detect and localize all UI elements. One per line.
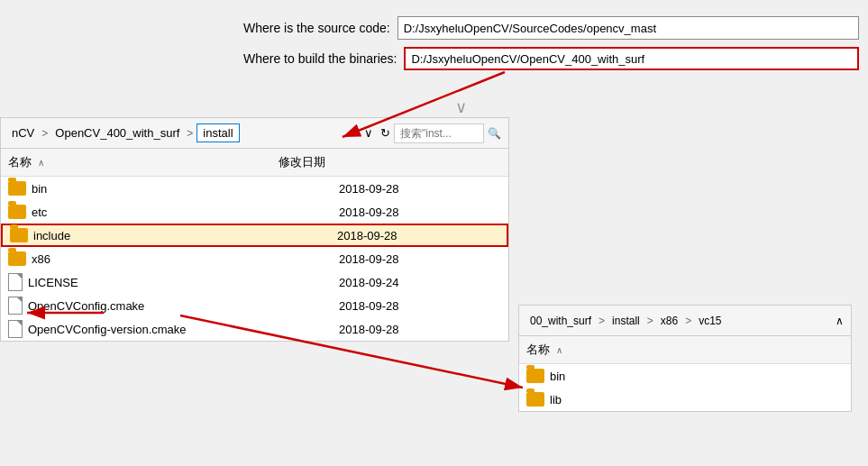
secondary-sort-indicator: ∧ <box>836 315 844 327</box>
file-date-opencvconfig: 2018-09-28 <box>339 299 501 313</box>
addr-part-ncv[interactable]: nCV <box>8 124 38 142</box>
file-row-opencvconfig-version[interactable]: OpenCVConfig-version.cmake 2018-09-28 <box>1 317 508 341</box>
folder-icon-x86 <box>8 251 26 266</box>
secondary-file-row-lib[interactable]: lib <box>519 388 851 411</box>
address-bar: nCV > OpenCV_400_with_surf > install ∨ ↻… <box>1 118 508 149</box>
addr-sep-2: > <box>187 127 193 140</box>
secondary-file-row-bin[interactable]: bin <box>519 364 851 388</box>
cmake-section: Where is the source code: Where to build… <box>243 16 859 78</box>
column-headers: 名称 ∧ 修改日期 <box>1 149 508 177</box>
explorer-main: nCV > OpenCV_400_with_surf > install ∨ ↻… <box>0 117 509 342</box>
file-date-x86: 2018-09-28 <box>339 252 501 266</box>
secondary-sep-3: > <box>685 315 691 327</box>
cmake-build-row: Where to build the binaries: <box>243 47 859 70</box>
secondary-address-bar: 00_with_surf > install > x86 > vc15 ∧ <box>519 306 851 336</box>
file-row-x86[interactable]: x86 2018-09-28 <box>1 247 508 270</box>
doc-icon-opencvconfig <box>8 297 23 315</box>
sort-indicator: ∧ <box>38 158 44 168</box>
secondary-sep-2: > <box>647 315 653 327</box>
col-header-date[interactable]: 修改日期 <box>271 152 508 172</box>
secondary-addr-install[interactable]: install <box>608 313 644 329</box>
file-name-bin: bin <box>32 182 339 196</box>
file-name-license: LICENSE <box>28 276 339 289</box>
folder-icon-include <box>10 228 28 242</box>
file-row-bin[interactable]: bin 2018-09-28 <box>1 177 508 200</box>
cmake-source-input[interactable] <box>397 16 859 40</box>
addr-part-opencv[interactable]: OpenCV_400_with_surf <box>51 124 183 142</box>
doc-icon-opencvconfig-version <box>8 320 23 338</box>
explorer-secondary: 00_with_surf > install > x86 > vc15 ∧ 名称… <box>518 305 852 412</box>
file-name-opencvconfig-version: OpenCVConfig-version.cmake <box>28 323 339 336</box>
addr-sep-1: > <box>41 127 48 140</box>
file-name-include: include <box>33 229 337 242</box>
secondary-sep-1: > <box>598 315 605 327</box>
refresh-icon[interactable]: ↻ <box>380 126 390 140</box>
secondary-addr-x86[interactable]: x86 <box>657 313 681 329</box>
secondary-column-headers: 名称 ∧ <box>519 336 851 364</box>
addr-controls: ∨ ↻ 🔍 <box>364 123 501 143</box>
cmake-build-label: Where to build the binaries: <box>243 51 397 66</box>
secondary-folder-icon-lib <box>526 392 544 407</box>
file-name-etc: etc <box>32 206 339 219</box>
file-date-license: 2018-09-24 <box>339 276 501 289</box>
cmake-build-input[interactable] <box>404 47 859 70</box>
addr-part-install[interactable]: install <box>196 123 239 142</box>
doc-icon-license <box>8 273 23 291</box>
secondary-folder-icon-bin <box>526 369 544 383</box>
file-row-etc[interactable]: etc 2018-09-28 <box>1 200 508 224</box>
search-input[interactable] <box>394 123 484 143</box>
file-row-license[interactable]: LICENSE 2018-09-24 <box>1 270 508 294</box>
file-date-etc: 2018-09-28 <box>339 206 501 219</box>
secondary-addr-vc15[interactable]: vc15 <box>695 313 725 329</box>
file-name-opencvconfig: OpenCVConfig.cmake <box>28 299 339 313</box>
secondary-sort-indicator-name: ∧ <box>556 345 562 355</box>
dropdown-indicator: ∨ <box>455 97 467 117</box>
file-name-x86: x86 <box>32 252 339 266</box>
dropdown-chevron-icon[interactable]: ∨ <box>364 126 373 140</box>
cmake-source-row: Where is the source code: <box>243 16 859 40</box>
col-header-name[interactable]: 名称 ∧ <box>1 152 271 172</box>
search-icon[interactable]: 🔍 <box>488 127 501 140</box>
file-row-opencvconfig[interactable]: OpenCVConfig.cmake 2018-09-28 <box>1 294 508 317</box>
file-date-bin: 2018-09-28 <box>339 182 501 196</box>
file-date-opencvconfig-version: 2018-09-28 <box>339 323 501 336</box>
cmake-source-label: Where is the source code: <box>243 21 390 35</box>
folder-icon-etc <box>8 205 26 219</box>
folder-icon-bin <box>8 181 26 196</box>
secondary-file-name-bin: bin <box>550 370 844 383</box>
secondary-addr-opencv[interactable]: 00_with_surf <box>526 313 595 329</box>
secondary-col-header-name[interactable]: 名称 ∧ <box>519 340 790 360</box>
secondary-file-name-lib: lib <box>550 393 844 407</box>
file-row-include[interactable]: include 2018-09-28 <box>1 224 508 247</box>
file-date-include: 2018-09-28 <box>337 229 499 242</box>
